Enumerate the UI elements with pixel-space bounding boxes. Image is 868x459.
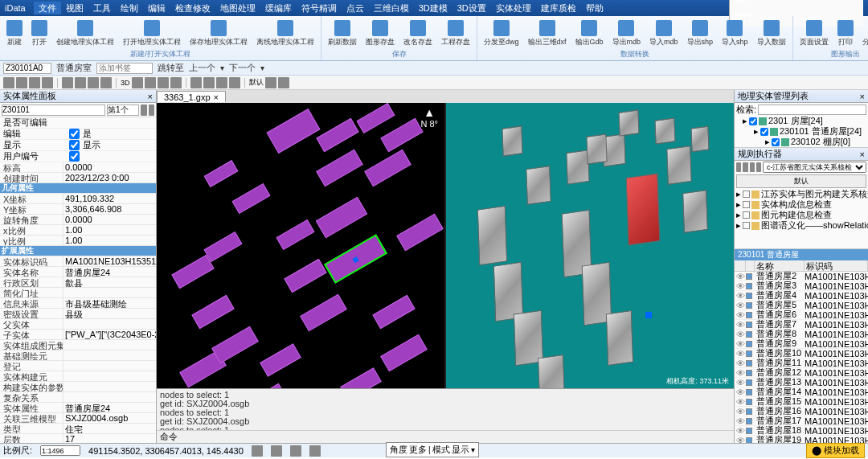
checkbox[interactable]: [69, 129, 80, 139]
ribbon-button[interactable]: 输出三维dxf: [525, 18, 570, 49]
ribbon-button[interactable]: 刷新数据: [325, 18, 360, 49]
search-input[interactable]: [758, 105, 866, 115]
tool-icon[interactable]: [170, 77, 182, 88]
tool-icon[interactable]: [278, 77, 289, 88]
rule-item[interactable]: ▸图谱语义化——showRelationMap...: [735, 220, 868, 231]
tool-icon[interactable]: [158, 77, 169, 88]
tree-node[interactable]: ▸230102 棚房[0]: [735, 137, 868, 147]
menu-item[interactable]: 编辑: [143, 2, 170, 14]
property-row[interactable]: 实体名称普通房屋24: [0, 267, 156, 277]
tool-icon[interactable]: [216, 77, 227, 88]
scale-input[interactable]: [40, 445, 80, 456]
ribbon-button[interactable]: 分幅打印: [859, 18, 868, 49]
filter-id[interactable]: [2, 105, 105, 116]
col-name[interactable]: 名称: [755, 260, 805, 271]
menu-item[interactable]: 三维白模: [369, 2, 414, 14]
menu-item[interactable]: 点云: [342, 2, 369, 14]
property-row[interactable]: 行政区划歙县: [0, 277, 156, 288]
property-row[interactable]: 复杂关系: [0, 392, 156, 403]
filter-n[interactable]: [107, 105, 139, 116]
refresh-icon[interactable]: [149, 105, 155, 116]
menu-item[interactable]: 文件: [34, 2, 61, 14]
mode-dropdown[interactable]: 角度 更多 | 模式 显示 ▾: [386, 442, 479, 457]
tool-icon[interactable]: [229, 77, 240, 88]
col-id[interactable]: 标识码: [805, 260, 868, 271]
tool-icon[interactable]: [145, 77, 156, 88]
property-row[interactable]: x比例1.00: [0, 225, 156, 236]
viewport-2d[interactable]: N 8°: [157, 103, 444, 388]
stop-icon[interactable]: [743, 162, 747, 172]
rules-select[interactable]: c-江苏省图元实体关系核检: [763, 162, 866, 173]
menu-item[interactable]: 3D建模: [414, 2, 452, 14]
property-row[interactable]: 旋转角度0.0000: [0, 215, 156, 225]
ribbon-button[interactable]: 改名存盘: [400, 18, 436, 49]
menu-item[interactable]: 缓编库: [260, 2, 297, 14]
menu-item[interactable]: 3D设置: [452, 2, 491, 14]
property-row[interactable]: 子实体["PW_A"]["(3C2043E0-2897-...: [0, 330, 156, 340]
tool-icon[interactable]: [132, 77, 143, 88]
menu-item[interactable]: 符号精调: [297, 2, 342, 14]
tool-icon[interactable]: [29, 77, 40, 88]
menu-item[interactable]: 绘制: [116, 2, 143, 14]
ribbon-button[interactable]: 输出Gdb: [572, 18, 607, 49]
ribbon-button[interactable]: 分发至dwg: [481, 18, 522, 49]
tool-icon[interactable]: [750, 162, 755, 172]
tool-icon[interactable]: [100, 77, 112, 88]
property-row[interactable]: 基础测绘元: [0, 350, 156, 361]
property-row[interactable]: 类型住宅: [0, 424, 156, 434]
status-icon[interactable]: [290, 445, 301, 457]
property-row[interactable]: 实体属性普通房屋24: [0, 403, 156, 413]
property-row[interactable]: 信息来源市县级基础测绘: [0, 298, 156, 309]
tool-icon[interactable]: [203, 77, 215, 88]
viewport-3d[interactable]: 相机高度: 373.11米: [446, 103, 734, 388]
command-input[interactable]: [181, 432, 731, 442]
status-icon[interactable]: [252, 445, 263, 457]
code-input[interactable]: [3, 63, 51, 74]
tool-icon[interactable]: [42, 77, 53, 88]
tool-icon[interactable]: [190, 77, 202, 88]
ribbon-button[interactable]: 导入shp: [719, 18, 751, 49]
ribbon-button[interactable]: 打印: [834, 18, 857, 49]
property-row[interactable]: 登记: [0, 361, 156, 371]
menu-item[interactable]: 地图处理: [215, 2, 260, 14]
property-row[interactable]: 简化门址: [0, 288, 156, 298]
run-icon[interactable]: [736, 162, 741, 172]
pin-icon[interactable]: [141, 105, 147, 116]
close-icon[interactable]: ×: [148, 92, 153, 101]
ribbon-button[interactable]: 打开地理实体工程: [120, 18, 184, 49]
tool-icon[interactable]: [756, 162, 761, 172]
ribbon-button[interactable]: 导出shp: [684, 18, 717, 49]
ribbon-button[interactable]: 页面设置: [796, 18, 832, 49]
ribbon-button[interactable]: 工程存盘: [438, 18, 473, 49]
menu-item[interactable]: 实体处理: [491, 2, 536, 14]
menu-item[interactable]: 建库质检: [536, 2, 581, 14]
ribbon-button[interactable]: 创建地理实体工程: [53, 18, 117, 49]
close-icon[interactable]: ×: [860, 150, 865, 159]
tool-icon[interactable]: [62, 77, 73, 88]
ribbon-button[interactable]: 导入数据: [754, 18, 789, 49]
menu-item[interactable]: 工具: [88, 2, 116, 14]
tool-icon[interactable]: [88, 77, 99, 88]
ribbon-button[interactable]: 导出mdb: [609, 18, 645, 49]
entity-row[interactable]: 👁普通房屋19MA1001NE103H1535...: [735, 436, 868, 443]
checkbox[interactable]: [69, 151, 80, 162]
property-row[interactable]: 密级设置县级: [0, 309, 156, 319]
tool-icon[interactable]: [3, 77, 14, 88]
ribbon-button[interactable]: 导入mdb: [646, 18, 682, 49]
view-tab[interactable]: 3363_1.gxp ×: [157, 91, 226, 102]
default-button[interactable]: 默认: [736, 174, 866, 188]
ribbon-button[interactable]: 新建: [3, 18, 26, 49]
property-row[interactable]: 层数17: [0, 434, 156, 443]
property-row[interactable]: 实体标识码MA1001NE103H15351427...: [0, 256, 156, 267]
menu-item[interactable]: 检查修改: [170, 2, 215, 14]
property-row[interactable]: 实体组成图元集: [0, 340, 156, 350]
property-row[interactable]: 标高0.0000: [0, 162, 156, 173]
ribbon-button[interactable]: 保存地理实体工程: [186, 18, 251, 49]
prev-btn[interactable]: 上一个: [189, 62, 215, 74]
menu-options[interactable]: 选项: [730, 0, 863, 5]
property-row[interactable]: 构建实体的参数: [0, 382, 156, 392]
status-icon[interactable]: [309, 445, 321, 457]
checkbox[interactable]: [69, 140, 80, 150]
close-icon[interactable]: ×: [214, 92, 219, 102]
tool-icon[interactable]: [75, 77, 86, 88]
